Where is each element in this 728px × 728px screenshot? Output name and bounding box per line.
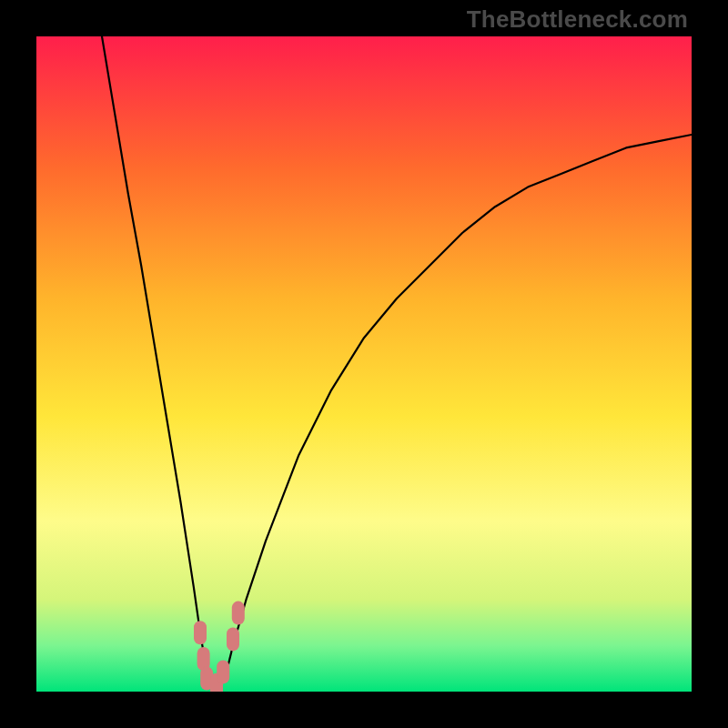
curve-layer bbox=[36, 36, 692, 692]
chart-container: TheBottleneck.com bbox=[0, 0, 728, 728]
bottleneck-curve bbox=[102, 36, 692, 692]
plot-area bbox=[36, 36, 692, 692]
curve-markers bbox=[194, 602, 245, 692]
marker-point bbox=[194, 621, 207, 644]
watermark-text: TheBottleneck.com bbox=[467, 5, 688, 34]
marker-point bbox=[227, 627, 239, 651]
marker-point bbox=[217, 660, 229, 683]
marker-point bbox=[232, 602, 245, 625]
